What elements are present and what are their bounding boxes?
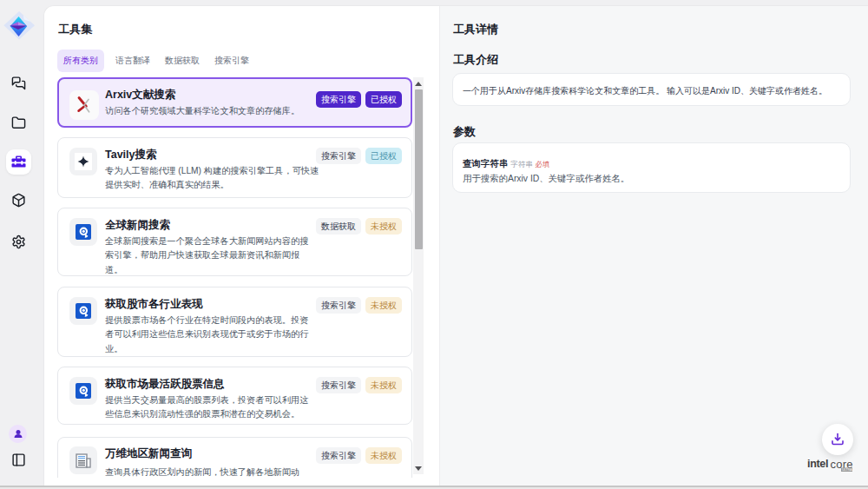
svg-text:intel: intel (807, 458, 828, 470)
svg-text:ULTRA: ULTRA (842, 468, 852, 472)
